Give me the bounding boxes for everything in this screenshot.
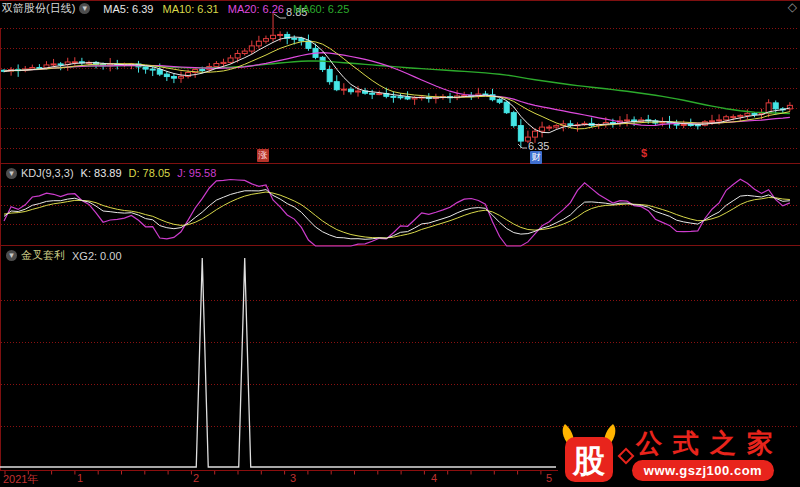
kdj-k-line <box>4 190 790 240</box>
candle-body <box>150 69 155 70</box>
diamond-icon[interactable]: ◇ <box>788 0 797 14</box>
kdj-d-value: D: 78.05 <box>129 167 171 179</box>
axis-month-label: 5 <box>546 472 552 484</box>
ma5-legend: MA5: 6.39 <box>103 3 153 15</box>
ma60-legend: MA60: 6.25 <box>293 3 349 15</box>
main-panel-header: 双箭股份(日线)▾MA5: 6.39MA10: 6.31MA20: 6.26MA… <box>2 1 349 16</box>
candle-body <box>377 94 382 95</box>
candle-body <box>58 64 63 65</box>
candle-body <box>511 113 516 126</box>
candle-body <box>738 115 743 116</box>
candle-body <box>221 62 226 63</box>
candle-body <box>306 41 311 48</box>
ma10-line <box>4 41 790 129</box>
logo-glyph: 股 <box>572 443 606 479</box>
candle-body <box>412 98 417 99</box>
candle-body <box>157 70 162 74</box>
candle-body <box>688 124 693 125</box>
candle-body <box>497 100 502 103</box>
stock-title: 双箭股份(日线) <box>2 2 75 14</box>
candle-body <box>278 34 283 35</box>
ma20-legend: MA20: 6.26 <box>228 3 284 15</box>
candle-body <box>179 76 184 78</box>
candle-body <box>752 113 757 114</box>
kdj-d-line <box>4 192 790 238</box>
rise-badge: 涨 <box>257 149 269 162</box>
chevron-down-icon[interactable]: ▾ <box>79 3 90 14</box>
low-anno-pointer <box>518 144 527 148</box>
candle-body <box>228 58 233 62</box>
candle-body <box>717 120 722 121</box>
candle-body <box>341 89 346 90</box>
candle-body <box>171 77 176 79</box>
candle-body <box>405 97 410 99</box>
candle-body <box>51 64 56 65</box>
candle-body <box>164 74 169 76</box>
candle-body <box>547 127 552 128</box>
candle-body <box>299 38 304 41</box>
xg2-title: 金叉套利 <box>21 249 65 261</box>
candle-body <box>724 117 729 120</box>
candle-body <box>568 124 573 125</box>
chevron-down-icon[interactable]: ▾ <box>6 168 17 179</box>
candle-body <box>263 39 268 42</box>
xg2-panel-header: ▾金叉套利XG2: 0.00 <box>2 248 122 263</box>
axis-year-label: 2021年 <box>3 472 38 487</box>
dollar-mark: $ <box>641 147 647 159</box>
candle-body <box>540 127 545 131</box>
candle-body <box>554 126 559 127</box>
chevron-down-icon[interactable]: ▾ <box>6 250 17 261</box>
kdj-j-value: J: 95.58 <box>177 167 216 179</box>
candle-body <box>518 126 523 141</box>
app-window: 双箭股份(日线)▾MA5: 6.39MA10: 6.31MA20: 6.26MA… <box>0 0 800 487</box>
candle-body <box>348 89 353 92</box>
candle-body <box>731 117 736 118</box>
candle-body <box>773 103 778 109</box>
xg2-line <box>0 258 556 467</box>
axis-month-label: 3 <box>290 472 296 484</box>
candle-body <box>30 68 35 69</box>
candle-body <box>72 62 77 63</box>
candle-body <box>533 131 538 137</box>
candle-body <box>327 70 332 82</box>
candle-body <box>292 38 297 39</box>
logo-diamond-icon <box>618 448 635 465</box>
candle-body <box>710 121 715 122</box>
candle-body <box>370 93 375 94</box>
axis-month-label: 2 <box>193 472 199 484</box>
candle-body <box>214 64 219 67</box>
candle-body <box>625 120 630 121</box>
wealth-badge: 财 <box>530 151 542 164</box>
candle-body <box>256 41 261 46</box>
candle-body <box>242 51 247 53</box>
site-name: 公式之家 <box>636 426 784 461</box>
candle-body <box>745 113 750 115</box>
xg2-value: XG2: 0.00 <box>72 250 122 262</box>
candle-body <box>398 97 403 98</box>
kdj-title: KDJ(9,3,3) <box>21 167 74 179</box>
ma10-legend: MA10: 6.31 <box>162 3 218 15</box>
candle-body <box>320 57 325 69</box>
axis-month-label: 1 <box>77 472 83 484</box>
candle-body <box>235 53 240 57</box>
bull-icon: 股 <box>559 423 619 485</box>
candle-body <box>200 70 205 71</box>
kdj-panel-header: ▾KDJ(9,3,3)K: 83.89D: 78.05J: 95.58 <box>2 166 216 179</box>
ma5-line <box>4 37 790 133</box>
chart-canvas[interactable] <box>0 0 800 487</box>
candle-body <box>391 96 396 97</box>
kdj-k-value: K: 83.89 <box>81 167 122 179</box>
candle-body <box>143 67 148 69</box>
logo: 股 公式之家 www.gszj100.com <box>556 420 800 487</box>
candle-body <box>334 82 339 90</box>
site-url: www.gszj100.com <box>632 460 774 481</box>
candle-body <box>356 91 361 92</box>
axis-month-label: 4 <box>431 472 437 484</box>
candle-body <box>249 46 254 51</box>
candle-body <box>504 102 509 112</box>
candle-body <box>681 124 686 125</box>
candle-body <box>271 35 276 38</box>
